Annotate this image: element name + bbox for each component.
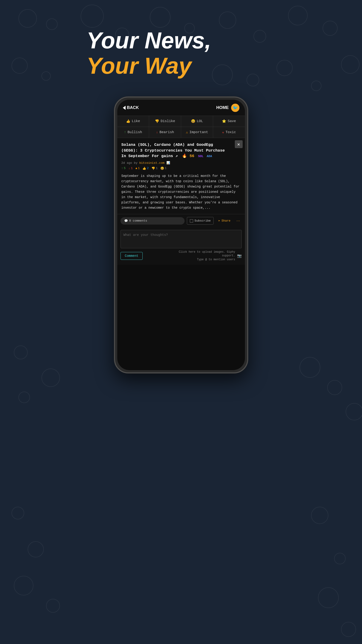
comment-toolbar: Comment Click here to upload images. Gip… [121,250,242,262]
subscribe-label: Subscribe [194,219,211,222]
bullish-stat-value: 5 [124,166,126,170]
like-label: Like [132,119,140,123]
important-icon: ⚠ [186,130,188,134]
toxic-label: Toxic [226,130,236,134]
dislike-stat-icon: 👎 [151,166,155,170]
upload-hint-area: Click here to upload images. Giphy suppo… [171,250,242,262]
home-label: HOME [216,105,229,110]
comment-section: What are your thoughts? Comment Click he… [117,228,245,265]
bearish-icon: ↓ [156,130,158,134]
like-button[interactable]: 👍 Like [117,116,149,127]
reaction-row-2: ↑ Bullish ↓ Bearish ⚠ Important ☣ Toxic [117,127,245,138]
home-icon: 🐦 [231,104,239,112]
phone-screen: BACK HOME 🐦 👍 Like 👎 Dislike 😆 [117,100,245,370]
headline-line1: Your News, [87,28,276,53]
more-icon: ··· [236,219,240,223]
headline-line2: Your Way [87,53,276,78]
chevron-left-icon [123,106,126,110]
reaction-row-1: 👍 Like 👎 Dislike 😆 LOL ⭐ Save [117,116,245,127]
bearish-button[interactable]: ↓ Bearish [149,127,181,138]
article-stats: ↑ 5 ↓ 1 ▲ 1 👍 2 [121,166,241,170]
app-headline: Your News, Your Way [87,28,276,78]
comment-placeholder: What are your thoughts? [124,233,168,237]
lol-stat: 😆 1 [160,166,167,170]
phone-mockup: BACK HOME 🐦 👍 Like 👎 Dislike 😆 [114,97,248,373]
comment-submit-button[interactable]: Comment [121,252,143,260]
bearish-stat-value: 1 [131,166,133,170]
ada-tag[interactable]: ADA [207,154,212,158]
share-icon: ➤ [218,219,220,223]
save-button[interactable]: ⭐ Save [213,116,245,127]
like-stat-value: 2 [147,166,149,170]
more-options-button[interactable]: ··· [235,217,241,225]
article-time: 2d ago by [121,161,139,165]
like-stat: 👍 2 [142,166,149,170]
external-link-icon[interactable]: ↗ [175,154,178,158]
subscribe-button[interactable]: Subscribe [187,217,214,224]
home-button[interactable]: HOME 🐦 [216,104,239,112]
dislike-button[interactable]: 👎 Dislike [149,116,181,127]
article-section: ✕ Solana (SOL), Cardano (ADA) and GoodEg… [117,138,245,214]
bearish-stat-icon: ↓ [128,166,130,170]
comments-icon: 💬 [124,219,128,223]
phone-topbar: BACK HOME 🐦 [117,100,245,116]
fire-emoji: 🔥 [182,154,187,158]
important-stat: ▲ 1 [136,166,140,170]
dislike-stat: 👎 1 [151,166,158,170]
dislike-icon: 👎 [155,119,159,124]
back-label: BACK [127,105,139,110]
star-icon: ⭐ [222,119,226,124]
save-label: Save [228,119,236,123]
bearish-stat: ↓ 1 [128,166,133,170]
bullish-icon: ↑ [124,130,126,134]
back-button[interactable]: BACK [123,105,139,110]
camera-icon[interactable]: 📷 [237,254,242,258]
article-title: Solana (SOL), Cardano (ADA) and GoodEgg … [121,142,241,159]
like-icon: 👍 [126,119,130,124]
article-source[interactable]: bitcoinist.com [139,161,165,165]
close-button[interactable]: ✕ [235,140,243,148]
share-label: Share [221,219,230,222]
bullish-stat: ↑ 5 [121,166,126,170]
lol-stat-value: 1 [165,166,167,170]
bearish-label: Bearish [159,130,174,134]
comments-label: 0 comments [129,219,147,222]
lol-label: LOL [197,119,203,123]
lol-icon: 😆 [191,119,195,124]
article-meta: 2d ago by bitcoinist.com 📊 [121,161,241,165]
bar-chart-icon: 📊 [166,161,170,165]
dislike-label: Dislike [161,119,175,123]
important-stat-icon: ▲ [136,166,137,170]
comments-button[interactable]: 💬 0 comments [121,217,185,224]
subscribe-checkbox-icon [190,219,193,222]
bullish-stat-icon: ↑ [121,166,123,170]
toxic-button[interactable]: ☣ Toxic [213,127,245,138]
important-label: Important [189,130,208,134]
toxic-icon: ☣ [222,130,224,134]
bullish-button[interactable]: ↑ Bullish [117,127,149,138]
article-body: September is shaping up to be a critical… [121,174,241,211]
lol-button[interactable]: 😆 LOL [181,116,213,127]
comment-input-box[interactable]: What are your thoughts? [121,230,242,248]
dislike-stat-value: 1 [156,166,158,170]
fire-count: 56 [190,154,194,158]
bullish-label: Bullish [127,130,142,134]
upload-hint-text: Click here to upload images. Giphy suppo… [171,250,235,262]
lol-stat-icon: 😆 [160,166,164,170]
like-stat-icon: 👍 [142,166,146,170]
phone-shell: BACK HOME 🐦 👍 Like 👎 Dislike 😆 [114,97,248,373]
share-button[interactable]: ➤ Share [216,217,233,224]
sol-tag[interactable]: SOL [198,154,203,158]
action-bar: 💬 0 comments Subscribe ➤ Share ··· [117,214,245,228]
important-button[interactable]: ⚠ Important [181,127,213,138]
important-stat-value: 1 [138,166,140,170]
